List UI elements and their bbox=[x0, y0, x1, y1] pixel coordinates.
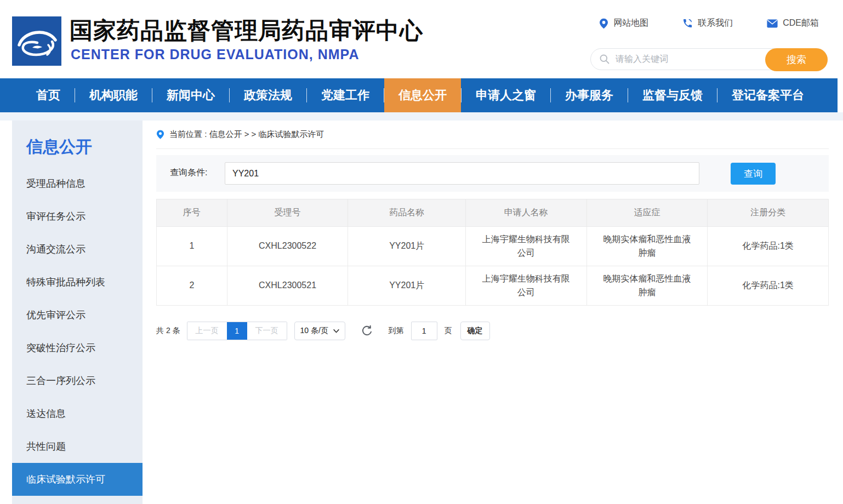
sidebar-item-communication[interactable]: 沟通交流公示 bbox=[12, 233, 143, 266]
nav-item-supervision-feedback[interactable]: 监督与反馈 bbox=[628, 78, 717, 112]
cell-indication: 晚期实体瘤和恶性血液肿瘤 bbox=[586, 266, 708, 306]
main-area: 信息公开 受理品种信息 审评任务公示 沟通交流公示 特殊审批品种列表 优先审评公… bbox=[0, 121, 843, 504]
cell-index: 2 bbox=[157, 266, 227, 306]
cell-applicant: 上海宇耀生物科技有限公司 bbox=[465, 266, 586, 306]
site-title: 国家药品监督管理局药品审评中心 bbox=[70, 15, 423, 46]
sidebar-item-special-approval[interactable]: 特殊审批品种列表 bbox=[12, 266, 143, 299]
site-map-link[interactable]: 网站地图 bbox=[599, 18, 648, 29]
table-row: 1 CXHL2300522 YY201片 上海宇耀生物科技有限公司 晚期实体瘤和… bbox=[157, 227, 829, 266]
cell-acceptance-no: CXHL2300521 bbox=[227, 266, 348, 306]
cde-mail-link[interactable]: CDE邮箱 bbox=[767, 18, 819, 29]
sidebar-item-clinical-trial-implied-license[interactable]: 临床试验默示许可 bbox=[12, 463, 143, 496]
goto-page-input[interactable] bbox=[411, 322, 437, 340]
cell-acceptance-no: CXHL2300522 bbox=[227, 227, 348, 266]
search-button[interactable]: 搜索 bbox=[765, 48, 828, 71]
cde-logo-icon bbox=[12, 16, 61, 66]
cell-index: 1 bbox=[157, 227, 227, 266]
sidebar-item-delivery-info[interactable]: 送达信息 bbox=[12, 397, 143, 430]
site-search: 搜索 bbox=[590, 48, 828, 70]
query-bar: 查询条件: 查询 bbox=[156, 155, 829, 192]
sidebar-item-common-issues[interactable]: 共性问题 bbox=[12, 430, 143, 463]
table-row: 2 CXHL2300521 YY201片 上海宇耀生物科技有限公司 晚期实体瘤和… bbox=[157, 266, 829, 306]
col-header-registration-class: 注册分类 bbox=[708, 199, 829, 227]
mail-icon bbox=[767, 19, 778, 28]
nav-bottom-band bbox=[0, 112, 843, 121]
page: 国家药品监督管理局药品审评中心 CENTER FOR DRUG EVALUATI… bbox=[0, 0, 843, 504]
col-header-drug-name: 药品名称 bbox=[348, 199, 466, 227]
confirm-button[interactable]: 确定 bbox=[460, 322, 490, 340]
cell-registration-class: 化学药品:1类 bbox=[708, 266, 829, 306]
cell-registration-class: 化学药品:1类 bbox=[708, 227, 829, 266]
header: 国家药品监督管理局药品审评中心 CENTER FOR DRUG EVALUATI… bbox=[0, 0, 843, 78]
cell-indication: 晚期实体瘤和恶性血液肿瘤 bbox=[586, 227, 708, 266]
sidebar-item-accepted-varieties[interactable]: 受理品种信息 bbox=[12, 167, 143, 200]
pagination: 共 2 条 上一页 1 下一页 10 条/页 bbox=[156, 322, 829, 340]
nav-item-functions[interactable]: 机构职能 bbox=[75, 78, 152, 112]
cell-drug-name: YY201片 bbox=[348, 227, 466, 266]
page-size-value: 10 条/页 bbox=[300, 326, 328, 336]
sidebar-item-priority-review[interactable]: 优先审评公示 bbox=[12, 299, 143, 331]
sidebar-item-breakthrough-therapy[interactable]: 突破性治疗公示 bbox=[12, 331, 143, 364]
col-header-indication: 适应症 bbox=[586, 199, 708, 227]
search-icon bbox=[599, 54, 610, 65]
query-label: 查询条件: bbox=[170, 167, 207, 179]
nav-item-services[interactable]: 办事服务 bbox=[551, 78, 628, 112]
query-button[interactable]: 查询 bbox=[731, 163, 776, 185]
location-pin-icon bbox=[156, 129, 164, 140]
page-size-select[interactable]: 10 条/页 bbox=[294, 322, 345, 340]
sidebar-item-three-in-one[interactable]: 三合一序列公示 bbox=[12, 364, 143, 397]
breadcrumb-text: 当前位置 : 信息公开 > > 临床试验默示许可 bbox=[169, 129, 324, 140]
goto-page-label: 到第 bbox=[389, 326, 404, 336]
results-table: 序号 受理号 药品名称 申请人名称 适应症 注册分类 1 CXHL2300522… bbox=[156, 199, 829, 306]
next-page-button[interactable]: 下一页 bbox=[247, 322, 287, 340]
cell-applicant: 上海宇耀生物科技有限公司 bbox=[465, 227, 586, 266]
nav-item-policies[interactable]: 政策法规 bbox=[230, 78, 306, 112]
sidebar: 信息公开 受理品种信息 审评任务公示 沟通交流公示 特殊审批品种列表 优先审评公… bbox=[12, 121, 143, 504]
breadcrumb: 当前位置 : 信息公开 > > 临床试验默示许可 bbox=[156, 121, 829, 149]
refresh-button[interactable] bbox=[360, 324, 374, 338]
prev-page-button[interactable]: 上一页 bbox=[187, 322, 227, 340]
goto-page-unit: 页 bbox=[445, 326, 452, 336]
quick-links: 网站地图 联系我们 CDE邮箱 bbox=[599, 18, 819, 29]
query-input[interactable] bbox=[225, 162, 699, 185]
current-page-button[interactable]: 1 bbox=[227, 322, 247, 340]
chevron-down-icon bbox=[333, 329, 339, 333]
map-pin-icon bbox=[599, 18, 608, 29]
contact-us-link[interactable]: 联系我们 bbox=[682, 18, 733, 29]
pagination-total: 共 2 条 bbox=[156, 326, 180, 336]
col-header-acceptance-no: 受理号 bbox=[227, 199, 348, 227]
content: 当前位置 : 信息公开 > > 临床试验默示许可 查询条件: 查询 序号 受理号… bbox=[156, 121, 829, 340]
sidebar-item-review-tasks[interactable]: 审评任务公示 bbox=[12, 200, 143, 233]
col-header-applicant: 申请人名称 bbox=[465, 199, 586, 227]
pagination-group: 上一页 1 下一页 bbox=[187, 322, 287, 340]
main-nav: 首页 机构职能 新闻中心 政策法规 党建工作 信息公开 申请人之窗 办事服务 监… bbox=[0, 78, 838, 112]
nav-item-registration-platform[interactable]: 登记备案平台 bbox=[717, 78, 818, 112]
sidebar-title: 信息公开 bbox=[26, 136, 143, 158]
contact-us-label: 联系我们 bbox=[698, 18, 733, 29]
nav-item-info-disclosure[interactable]: 信息公开 bbox=[384, 78, 461, 112]
site-subtitle: CENTER FOR DRUG EVALUATION, NMPA bbox=[71, 47, 359, 62]
col-header-index: 序号 bbox=[157, 199, 227, 227]
cde-mail-label: CDE邮箱 bbox=[783, 18, 819, 29]
table-header-row: 序号 受理号 药品名称 申请人名称 适应症 注册分类 bbox=[157, 199, 829, 227]
nav-item-applicant-window[interactable]: 申请人之窗 bbox=[462, 78, 550, 112]
phone-icon bbox=[682, 18, 693, 28]
nav-item-party-building[interactable]: 党建工作 bbox=[307, 78, 384, 112]
nav-item-news[interactable]: 新闻中心 bbox=[152, 78, 229, 112]
cell-drug-name: YY201片 bbox=[348, 266, 466, 306]
site-map-label: 网站地图 bbox=[613, 18, 648, 29]
refresh-icon bbox=[360, 324, 374, 338]
nav-item-home[interactable]: 首页 bbox=[22, 78, 75, 112]
